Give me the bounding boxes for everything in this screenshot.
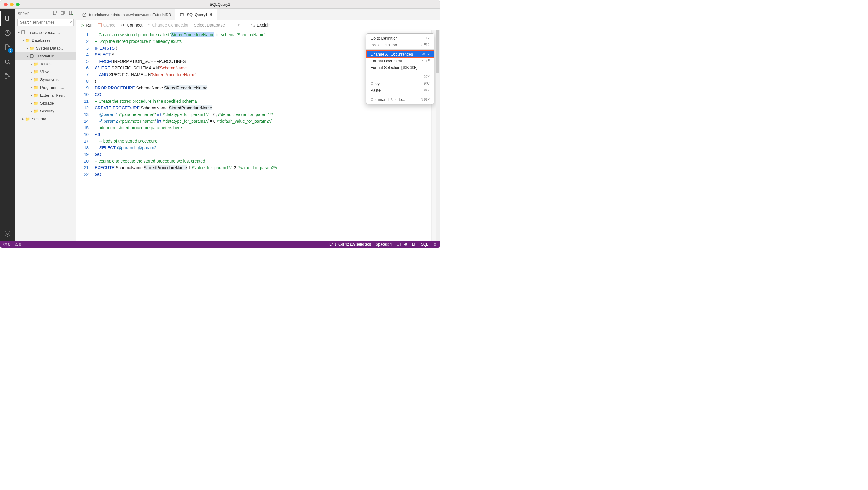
ab-search-icon[interactable] [0, 55, 15, 69]
tab-dashboard[interactable]: tutorialserver.database.windows.net:Tuto… [78, 9, 175, 20]
tree-label: Security [40, 109, 54, 113]
ab-history-icon[interactable] [0, 26, 15, 40]
tree-systemdb-row[interactable]: ▸📁System Datab.. [15, 44, 76, 52]
folder-icon: 📁 [34, 101, 38, 105]
chevron-down-icon: ▼ [237, 23, 240, 27]
tree-security-outer-row[interactable]: ▸📁Security [15, 115, 76, 123]
svg-point-8 [7, 233, 8, 235]
status-language[interactable]: SQL [421, 242, 428, 247]
tree-label: Views [40, 69, 51, 74]
svg-point-3 [5, 60, 9, 63]
tree-synonyms-row[interactable]: ▸📁Synonyms [15, 75, 76, 84]
tree-programmability-row[interactable]: ▸📁Programma... [15, 84, 76, 91]
sql-file-icon [180, 12, 184, 17]
database-selector[interactable]: Select Database▼ [194, 23, 240, 28]
cm-separator [366, 49, 434, 50]
tree-label: Security [32, 117, 46, 121]
tree-views-row[interactable]: ▸📁Views [15, 68, 76, 75]
tree-server-row[interactable]: ▾tutorialserver.dat... [15, 28, 76, 36]
new-group-icon[interactable] [60, 10, 65, 16]
explain-label: Explain [257, 23, 271, 28]
tab-label: tutorialserver.database.windows.net:Tuto… [89, 12, 171, 17]
cm-change-all-occurrences[interactable]: Change All Occurrences⌘F2 [366, 51, 434, 57]
status-bar: ⓧ 0 ⚠ 0 Ln 1, Col 42 (19 selected) Space… [0, 241, 440, 248]
folder-icon: 📁 [34, 77, 38, 82]
status-cursor-position[interactable]: Ln 1, Col 42 (19 selected) [330, 242, 371, 247]
cm-command-palette[interactable]: Command Palette...⇧⌘P [366, 96, 434, 103]
folder-icon: 📁 [34, 108, 38, 113]
ab-explorer-icon[interactable]: 1 [0, 40, 15, 55]
connect-button[interactable]: ⭘Connect [121, 23, 142, 28]
folder-icon: 📁 [34, 61, 38, 66]
cancel-label: Cancel [103, 23, 117, 28]
tree-storage-row[interactable]: ▸📁Storage [15, 99, 76, 107]
tree-label: Storage [40, 101, 54, 105]
server-tree: ▾tutorialserver.dat... ▾📁Databases ▸📁Sys… [15, 27, 76, 241]
cm-paste[interactable]: Paste⌘V [366, 87, 434, 93]
window-maximize-button[interactable] [16, 3, 20, 6]
server-icon [21, 30, 26, 35]
tree-label: Synonyms [40, 77, 59, 82]
tree-label: External Res.. [40, 93, 65, 98]
server-search-input[interactable] [17, 19, 74, 26]
new-connection-icon[interactable] [53, 10, 57, 16]
cm-separator [366, 72, 434, 72]
run-label: Run [86, 23, 94, 28]
svg-point-17 [30, 54, 33, 55]
cm-cut[interactable]: Cut⌘X [366, 73, 434, 80]
tree-label: TutorialDB [36, 54, 54, 58]
activity-bar: 1 [0, 9, 15, 241]
folder-icon: 📁 [34, 69, 38, 74]
svg-point-5 [5, 74, 7, 75]
ab-source-control-icon[interactable] [0, 69, 15, 84]
editor-scrollbar[interactable] [435, 30, 440, 241]
svg-rect-9 [54, 11, 56, 14]
tree-tables-row[interactable]: ▸📁Tables [15, 60, 76, 68]
tree-security-inner-row[interactable]: ▸📁Security [15, 107, 76, 115]
status-indentation[interactable]: Spaces: 4 [376, 242, 392, 247]
cm-format-document[interactable]: Format Document⌥⇧F [366, 57, 434, 64]
clear-search-icon[interactable]: × [69, 20, 72, 25]
tree-externalres-row[interactable]: ▸📁External Res.. [15, 91, 76, 99]
tree-label: System Datab.. [36, 46, 63, 51]
explain-button[interactable]: ᵒₒExplain [251, 23, 271, 28]
folder-icon: 📁 [25, 116, 30, 121]
window-minimize-button[interactable] [10, 3, 13, 6]
window-close-button[interactable] [4, 3, 7, 6]
tree-label: Databases [32, 38, 51, 42]
server-action-icon[interactable] [68, 10, 73, 16]
cm-copy[interactable]: Copy⌘C [366, 80, 434, 87]
cancel-button[interactable]: Cancel [98, 23, 117, 28]
scrollbar-thumb[interactable] [436, 30, 439, 72]
folder-icon: 📁 [29, 45, 34, 51]
svg-rect-14 [69, 11, 72, 14]
ab-servers-icon[interactable] [0, 11, 15, 26]
tab-sqlquery[interactable]: SQLQuery1 [175, 9, 217, 20]
window-title: SQLQuery1 [210, 2, 230, 7]
status-feedback-icon[interactable]: ☺ [433, 242, 437, 247]
cm-go-to-definition[interactable]: Go to DefinitionF12 [366, 35, 434, 41]
change-connection-button[interactable]: ⟳Change Connection [147, 23, 189, 28]
tab-overflow-button[interactable]: ⋯ [427, 12, 440, 18]
status-errors[interactable]: ⓧ 0 [3, 242, 10, 247]
status-encoding[interactable]: UTF-8 [397, 242, 407, 247]
status-eol[interactable]: LF [412, 242, 416, 247]
cm-separator [366, 95, 434, 95]
folder-icon: 📁 [34, 93, 38, 98]
status-warnings[interactable]: ⚠ 0 [14, 242, 21, 247]
run-button[interactable]: ▷Run [81, 23, 94, 28]
cm-format-selection[interactable]: Format Selection [⌘K ⌘F] [366, 64, 434, 71]
ab-settings-gear-icon[interactable] [0, 227, 15, 241]
svg-rect-16 [22, 31, 25, 34]
tree-databases-row[interactable]: ▾📁Databases [15, 36, 76, 44]
editor-tabs: tutorialserver.database.windows.net:Tuto… [76, 9, 440, 20]
tab-dirty-dot-icon [210, 13, 213, 16]
folder-icon: 📁 [25, 38, 30, 42]
svg-rect-0 [6, 16, 9, 20]
window-titlebar: SQLQuery1 [0, 0, 440, 9]
tree-label: Programma... [40, 85, 64, 90]
svg-point-6 [5, 78, 7, 79]
code-editor[interactable]: 12345678910111213141516171819202122 -- C… [76, 30, 440, 241]
cm-peek-definition[interactable]: Peek Definition⌥F12 [366, 41, 434, 48]
tree-tutorialdb-row[interactable]: ▾TutorialDB [15, 52, 76, 60]
